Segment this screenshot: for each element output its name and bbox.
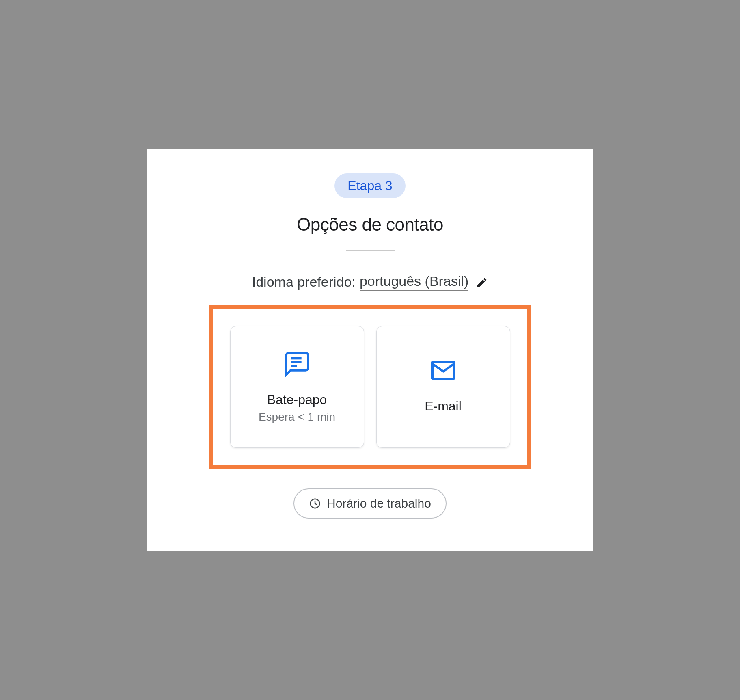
divider	[346, 250, 395, 251]
email-option-card[interactable]: E-mail	[376, 326, 510, 448]
clock-icon	[309, 497, 321, 510]
chat-option-title: Bate-papo	[267, 392, 327, 407]
contact-options-panel: Etapa 3 Opções de contato Idioma preferi…	[147, 149, 593, 551]
working-hours-label: Horário de trabalho	[327, 497, 431, 510]
step-badge: Etapa 3	[334, 173, 405, 198]
email-icon	[430, 357, 456, 383]
chat-option-card[interactable]: Bate-papo Espera < 1 min	[230, 326, 364, 448]
contact-options-highlight: Bate-papo Espera < 1 min E-mail	[209, 305, 531, 469]
chat-option-subtitle: Espera < 1 min	[259, 410, 335, 423]
page-title: Opções de contato	[297, 214, 443, 235]
language-row: Idioma preferido: português (Brasil)	[252, 273, 488, 291]
edit-icon[interactable]	[476, 276, 488, 288]
language-label: Idioma preferido:	[252, 274, 356, 290]
email-option-title: E-mail	[425, 399, 462, 414]
working-hours-button[interactable]: Horário de trabalho	[293, 488, 447, 519]
language-value[interactable]: português (Brasil)	[360, 273, 468, 291]
chat-icon	[284, 351, 310, 377]
